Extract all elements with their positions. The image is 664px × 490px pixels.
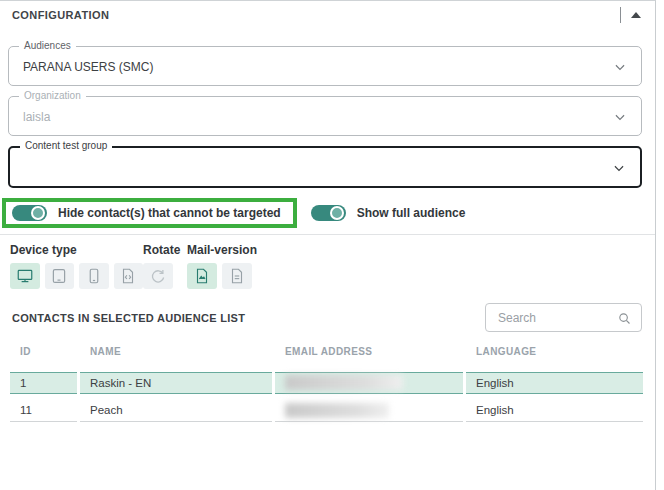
- chevron-down-icon: [613, 60, 627, 74]
- column-header-name[interactable]: NAME: [80, 338, 272, 366]
- hide-contacts-toggle-label: Hide contact(s) that cannot be targeted: [58, 206, 281, 220]
- code-file-icon: [119, 267, 137, 285]
- rotate-button: [143, 263, 173, 289]
- cell-language: English: [466, 372, 643, 394]
- rotate-icon: [149, 267, 167, 285]
- audiences-select[interactable]: Audiences PARANA USERS (SMC): [8, 46, 642, 86]
- header-actions: [620, 7, 641, 23]
- chevron-down-icon: [613, 110, 627, 124]
- preview-toolbar: Device type: [10, 243, 655, 289]
- device-desktop-button[interactable]: [10, 263, 40, 289]
- cell-name: Peach: [80, 400, 272, 422]
- device-phone-button[interactable]: [79, 263, 109, 289]
- mail-version-options: [187, 263, 257, 289]
- configuration-panel: CONFIGURATION Audiences PARANA USERS (SM…: [0, 0, 656, 490]
- rotate-section: Rotate: [143, 243, 187, 289]
- toggle-knob: [330, 206, 344, 220]
- panel-header: CONFIGURATION: [0, 1, 655, 29]
- content-test-group-label: Content test group: [20, 140, 112, 151]
- mail-image-version-button[interactable]: [187, 263, 217, 289]
- cell-language: English: [466, 400, 643, 422]
- text-file-icon: [228, 267, 246, 285]
- column-header-language[interactable]: LANGUAGE: [466, 338, 643, 366]
- contacts-heading: CONTACTS IN SELECTED AUDIENCE LIST: [12, 312, 245, 324]
- redacted-email-blur: [285, 403, 389, 418]
- search-icon: [617, 311, 632, 330]
- tablet-icon: [50, 267, 68, 285]
- cell-id: 11: [10, 400, 77, 422]
- mail-text-version-button[interactable]: [222, 263, 252, 289]
- desktop-icon: [16, 267, 34, 285]
- show-full-audience-toggle-label: Show full audience: [357, 206, 466, 220]
- audiences-value: PARANA USERS (SMC): [9, 47, 641, 74]
- organization-label: Organization: [19, 90, 86, 101]
- device-type-section: Device type: [10, 243, 143, 289]
- cell-email-redacted: [275, 400, 463, 422]
- rotate-label: Rotate: [143, 243, 187, 257]
- device-type-label: Device type: [10, 243, 143, 257]
- column-header-email[interactable]: EMAIL ADDRESS: [275, 338, 463, 366]
- table-row[interactable]: 11 Peach English: [10, 400, 643, 422]
- mail-version-section: Mail-version: [187, 243, 257, 289]
- cell-name: Raskin - EN: [80, 372, 272, 394]
- device-type-options: [10, 263, 143, 289]
- contacts-search: [485, 303, 642, 332]
- section-divider: [0, 234, 655, 235]
- table-row[interactable]: 1 Raskin - EN English: [10, 372, 643, 394]
- show-full-audience-toggle[interactable]: [311, 205, 346, 221]
- image-file-icon: [193, 267, 211, 285]
- hide-contacts-toggle-group: Hide contact(s) that cannot be targeted: [12, 205, 281, 221]
- panel-title: CONFIGURATION: [12, 9, 109, 21]
- cell-email-redacted: [275, 372, 463, 394]
- collapse-panel-icon[interactable]: [631, 12, 641, 18]
- audiences-label: Audiences: [19, 40, 76, 51]
- contacts-table-header: ID NAME EMAIL ADDRESS LANGUAGE: [10, 338, 643, 366]
- contacts-header-bar: CONTACTS IN SELECTED AUDIENCE LIST: [12, 303, 642, 332]
- toggle-knob: [31, 206, 45, 220]
- phone-icon: [85, 267, 103, 285]
- hide-contacts-toggle[interactable]: [12, 205, 47, 221]
- device-tablet-button[interactable]: [45, 263, 75, 289]
- chevron-down-icon: [612, 161, 626, 175]
- show-full-audience-toggle-group: Show full audience: [311, 205, 466, 221]
- cell-id: 1: [10, 372, 77, 394]
- toggles-row: Hide contact(s) that cannot be targeted …: [0, 198, 642, 228]
- organization-value: laisla: [9, 97, 641, 124]
- redacted-email-blur: [285, 375, 403, 390]
- organization-select: Organization laisla: [8, 96, 642, 136]
- content-test-group-select[interactable]: Content test group: [8, 146, 642, 188]
- header-divider: [620, 7, 621, 23]
- column-header-id[interactable]: ID: [10, 338, 77, 366]
- highlight-annotation-box: Hide contact(s) that cannot be targeted: [2, 198, 297, 228]
- device-source-button[interactable]: [114, 263, 144, 289]
- mail-version-label: Mail-version: [187, 243, 257, 257]
